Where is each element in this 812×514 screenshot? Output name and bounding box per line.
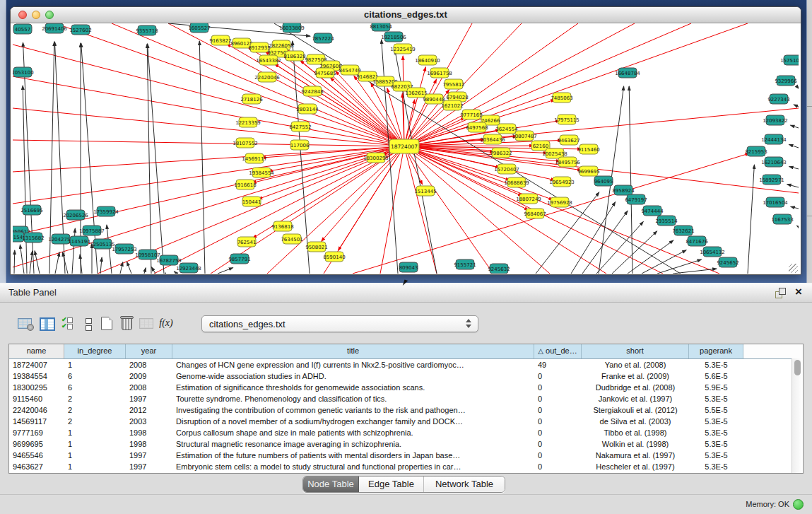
network-node[interactable]: 16210643 (761, 157, 787, 167)
network-node[interactable]: 16648784 (615, 68, 640, 78)
network-node[interactable]: 2516695 (20, 205, 42, 215)
network-node[interactable]: 2718126 (240, 94, 263, 104)
network-node[interactable]: 8590140 (323, 252, 345, 262)
scrollbar-thumb[interactable] (794, 360, 801, 375)
table-row[interactable]: 946554611997Estimation of the future num… (9, 450, 803, 461)
network-node[interactable]: 9115460 (577, 144, 599, 154)
network-node[interactable]: 17359924 (93, 206, 119, 216)
network-node[interactable]: 2803144 (296, 104, 319, 114)
network-node[interactable]: 18724007 (389, 139, 419, 153)
network-node[interactable]: 10654112 (700, 247, 725, 257)
network-node[interactable]: 7634501 (281, 234, 302, 244)
network-node[interactable]: 9475685 (314, 68, 336, 78)
network-edge[interactable] (35, 251, 40, 274)
network-edge[interactable] (72, 228, 75, 274)
network-edge[interactable] (404, 23, 578, 146)
table-mode-button[interactable] (16, 314, 34, 334)
network-node[interactable]: 12093822 (763, 115, 788, 125)
network-node[interactable]: 20364436 (480, 134, 505, 144)
network-node[interactable]: 2053100 (13, 67, 34, 77)
column-header-short[interactable]: short (582, 344, 689, 358)
network-edge[interactable] (571, 202, 616, 274)
network-node[interactable]: 7986322 (490, 148, 512, 158)
network-node[interactable]: 117006 (290, 140, 310, 150)
network-node[interactable]: 1167533 (771, 214, 793, 224)
network-edge[interactable] (165, 273, 166, 274)
network-edge[interactable] (20, 245, 24, 274)
network-edge[interactable] (787, 185, 799, 187)
network-edge[interactable] (404, 67, 425, 146)
network-node[interactable]: 7955812 (442, 79, 464, 89)
network-node[interactable]: 9242848 (301, 86, 323, 96)
network-edge[interactable] (55, 252, 59, 274)
network-node[interactable]: 12444134 (761, 134, 787, 144)
window-titlebar[interactable]: citations_edges.txt (11, 7, 801, 23)
network-edge[interactable] (748, 165, 754, 274)
network-node[interactable]: 9245652 (717, 257, 739, 267)
network-node[interactable]: 20206526 (63, 210, 88, 220)
network-edge[interactable] (673, 269, 717, 274)
network-edge[interactable] (144, 268, 146, 274)
network-edge[interactable] (13, 146, 404, 267)
network-node[interactable]: 6497568 (466, 122, 488, 132)
network-edge[interactable] (13, 146, 404, 235)
network-node[interactable]: 9474444 (641, 206, 664, 216)
network-edge[interactable] (14, 250, 15, 274)
float-panel-button[interactable] (774, 286, 787, 299)
network-node[interactable]: 9136818 (271, 221, 293, 231)
network-node[interactable]: 1621022 (441, 100, 463, 110)
network-node[interactable]: 16782759 (156, 255, 182, 265)
network-node[interactable]: 1145194 (68, 236, 90, 246)
network-node[interactable]: 9463627 (558, 135, 579, 145)
column-visibility-button[interactable] (38, 314, 57, 334)
network-edge[interactable] (100, 257, 102, 274)
table-row[interactable]: 1830029562008Estimation of significance … (9, 382, 803, 393)
network-node[interactable]: 19756928 (547, 197, 572, 207)
table-row[interactable]: 969969511998Structural magnetic resonanc… (9, 438, 803, 450)
network-node[interactable]: 12923448 (176, 263, 201, 273)
network-edge[interactable] (404, 23, 635, 146)
network-node[interactable]: 16033809 (279, 23, 305, 33)
network-edge[interactable] (629, 86, 632, 274)
network-node[interactable]: 19384554 (249, 168, 274, 177)
network-edge[interactable] (789, 167, 799, 169)
network-node[interactable]: 762541 (237, 237, 257, 247)
network-node[interactable]: 12325419 (390, 44, 416, 54)
desktop-right-scrollbar[interactable] (806, 0, 812, 283)
network-node[interactable]: 15720407 (494, 164, 519, 174)
network-node[interactable]: 7485063 (551, 93, 572, 103)
network-node[interactable]: 17957253 (112, 244, 137, 254)
network-node[interactable]: 14569117 (242, 153, 267, 163)
network-canvas[interactable]: 4055720691406152760293557181605527160338… (13, 23, 799, 274)
network-edge[interactable] (13, 146, 404, 204)
network-node[interactable]: 1513445 (414, 186, 436, 196)
network-node[interactable]: 9245632 (488, 264, 510, 274)
network-edge[interactable] (789, 144, 799, 148)
network-node[interactable]: 19654923 (549, 177, 575, 187)
table-row[interactable]: 1938455462009Genome-wide association stu… (9, 370, 803, 382)
network-edge[interactable] (30, 251, 33, 274)
network-node[interactable]: 9163822 (209, 35, 231, 45)
tab-network-table[interactable]: Network Table (424, 477, 505, 492)
network-edge[interactable] (790, 125, 799, 128)
network-node[interactable]: 10975887 (79, 226, 105, 235)
network-node[interactable]: 150441 (242, 197, 261, 206)
column-header-out-degree[interactable]: △out_de… (534, 344, 582, 358)
table-row[interactable]: 1872400712008Changes of HCN gene express… (9, 359, 803, 370)
network-node[interactable]: 18495756 (555, 157, 580, 167)
network-node[interactable]: 17975115 (554, 115, 579, 124)
network-edge[interactable] (404, 146, 437, 274)
network-node[interactable]: 20691406 (42, 23, 67, 33)
network-edge[interactable] (13, 45, 404, 146)
network-node[interactable]: 8215953 (745, 146, 767, 156)
network-edge[interactable] (151, 267, 155, 274)
tab-node-table[interactable]: Node Table (303, 477, 359, 492)
network-node[interactable]: 1605527 (188, 23, 210, 33)
network-node[interactable]: 6479197 (625, 194, 647, 204)
network-node[interactable]: 15892971 (759, 175, 784, 185)
network-node[interactable]: 9777169 (460, 110, 482, 119)
resize-grip[interactable] (789, 264, 798, 273)
table-row[interactable]: 1456911722003Disruption of a novel membe… (9, 416, 803, 427)
network-edge[interactable] (147, 44, 151, 274)
network-node[interactable]: 8186328 (283, 51, 305, 61)
